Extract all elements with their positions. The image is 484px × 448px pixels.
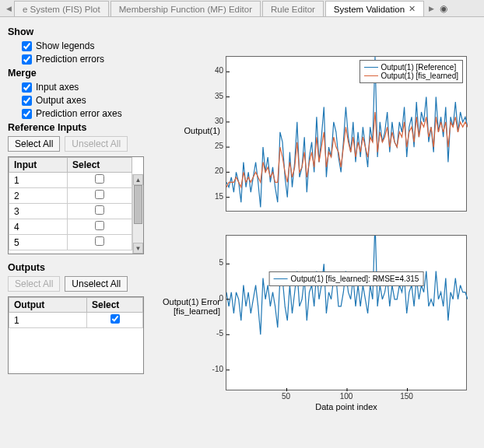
- table-row: 3: [9, 204, 132, 219]
- error-plot: Output(1) Error [fis_learned] Output(1) …: [152, 235, 484, 414]
- tab-rule-editor[interactable]: Rule Editor: [262, 1, 324, 16]
- outputs-col-output: Output: [9, 298, 87, 313]
- tab-label: System Validation: [334, 5, 405, 14]
- input-1-select[interactable]: [95, 174, 104, 184]
- error-plot-xlabel: Data point index: [226, 402, 467, 411]
- tab-strip: ◀ e System (FIS) Plot Membership Functio…: [0, 0, 484, 17]
- output-1-select[interactable]: [110, 314, 120, 324]
- table-row: 2: [9, 188, 132, 204]
- table-row: 1: [9, 313, 143, 328]
- merge-section-title: Merge: [8, 68, 144, 79]
- prediction-error-axes-checkbox[interactable]: [22, 109, 32, 119]
- outputs-title: Outputs: [8, 262, 144, 273]
- inputs-select-all-button[interactable]: Select All: [8, 136, 60, 152]
- tab-fis-plot[interactable]: e System (FIS) Plot: [14, 1, 109, 16]
- error-plot-legend: Output(1) [fis_learned]: RMSE=4.315: [269, 271, 424, 286]
- error-plot-ylabel: Output(1) Error [fis_learned]: [152, 297, 220, 316]
- output-plot-legend: Output(1) [Reference] Output(1) [fis_lea…: [359, 60, 464, 83]
- output-axes-checkbox[interactable]: [22, 96, 32, 106]
- output-axes-label: Output axes: [36, 95, 86, 106]
- outputs-col-select: Select: [87, 298, 143, 313]
- input-axes-checkbox[interactable]: [22, 82, 32, 93]
- prediction-error-axes-label: Prediction error axes: [36, 108, 122, 119]
- close-icon[interactable]: ✕: [409, 4, 416, 14]
- plot-area: Output(1) Output(1) [Reference] Output(1…: [152, 17, 484, 448]
- tab-system-validation[interactable]: System Validation✕: [325, 1, 424, 16]
- input-3-select[interactable]: [95, 205, 104, 215]
- tab-overflow-button[interactable]: ◉: [437, 0, 451, 16]
- output-plot: Output(1) Output(1) [Reference] Output(1…: [152, 56, 484, 219]
- show-legends-label: Show legends: [36, 40, 94, 51]
- tab-scroll-right[interactable]: ▶: [426, 0, 437, 16]
- input-4-select[interactable]: [95, 221, 104, 230]
- input-axes-label: Input axes: [36, 82, 79, 93]
- table-row: 5: [9, 235, 132, 250]
- table-row: 1: [9, 173, 132, 188]
- prediction-errors-label: Prediction errors: [36, 54, 104, 65]
- outputs-select-all-button: Select All: [8, 276, 60, 292]
- error-plot-svg: [226, 236, 468, 391]
- tab-label: Membership Function (MF) Editor: [119, 5, 252, 14]
- prediction-errors-checkbox[interactable]: [22, 54, 32, 65]
- tab-label: Rule Editor: [271, 5, 315, 14]
- tab-scroll-left[interactable]: ◀: [3, 0, 14, 16]
- inputs-col-select: Select: [68, 158, 132, 173]
- inputs-col-input: Input: [9, 158, 68, 173]
- output-plot-ylabel: Output(1): [152, 126, 220, 135]
- tab-mf-editor[interactable]: Membership Function (MF) Editor: [110, 1, 261, 16]
- outputs-unselect-all-button[interactable]: Unselect All: [65, 276, 128, 292]
- input-2-select[interactable]: [95, 190, 104, 199]
- outputs-table: OutputSelect 1: [8, 296, 144, 374]
- inputs-scrollbar[interactable]: ▲▼: [132, 174, 143, 254]
- show-section-title: Show: [8, 26, 144, 37]
- options-panel: Show Show legends Prediction errors Merg…: [0, 17, 152, 448]
- table-row: 4: [9, 219, 132, 235]
- inputs-unselect-all-button: Unselect All: [65, 136, 128, 152]
- reference-inputs-title: Reference Inputs: [8, 122, 144, 133]
- input-5-select[interactable]: [95, 236, 104, 246]
- tab-label: e System (FIS) Plot: [23, 5, 100, 14]
- inputs-table: InputSelect 1 2 3 4 5 ▲▼: [8, 156, 144, 254]
- show-legends-checkbox[interactable]: [22, 41, 32, 51]
